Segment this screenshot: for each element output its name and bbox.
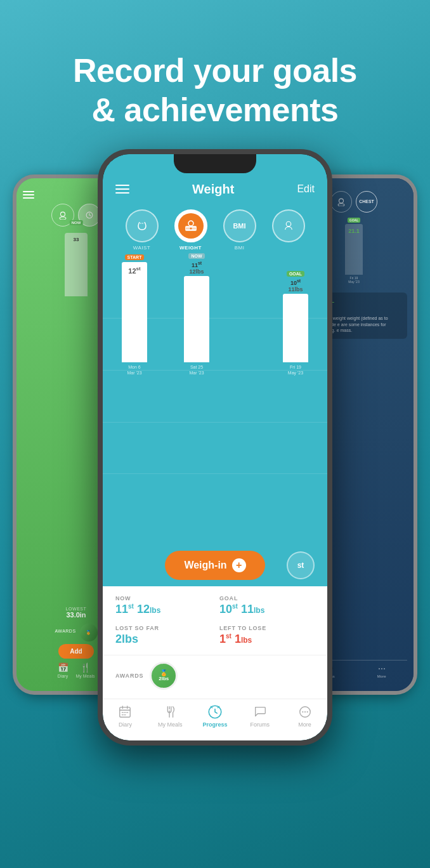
now-tag: NOW [188, 253, 204, 259]
weigh-in-area: Weigh-in + st [103, 544, 327, 586]
left-label: LEFT TO LOSE [219, 625, 315, 631]
start-tag: START [125, 254, 145, 260]
waist-icon-circle [126, 209, 159, 242]
lowest-value: 33.0in [66, 611, 87, 619]
lost-label: LOST SO FAR [115, 625, 211, 631]
phone-screen: Weight Edit WAIST [103, 154, 327, 740]
nav-item-more[interactable]: More [289, 704, 321, 728]
right-goal-value: 21.1 [348, 228, 360, 234]
left-nav-diary: 📅 Diary [58, 662, 68, 678]
diary-label: Diary [119, 721, 132, 728]
stat-left: LEFT TO LOSE 1st 1lbs [219, 625, 315, 646]
award-badge: 🏅 2lbs [150, 662, 178, 690]
headline-line1: Record your goals [73, 52, 357, 89]
now-label: NOW [115, 595, 211, 602]
nav-item-progress[interactable]: Progress [199, 704, 231, 728]
edit-button[interactable]: Edit [297, 183, 315, 195]
left-add-button[interactable]: Add [58, 644, 93, 659]
chart-bar-now: NOW 11st 12lbs Sat 25Mar '23 [184, 253, 209, 376]
bmi-icon-circle: BMI [223, 209, 256, 242]
awards-label: AWARDS [115, 673, 143, 679]
svg-point-0 [61, 212, 65, 216]
left-value: 1st 1lbs [219, 633, 315, 646]
chart-bar-goal: GOAL 10st 11lbs Fri 19May '23 [283, 271, 308, 376]
nav-item-my-meals[interactable]: My Meals [154, 704, 186, 728]
goal-value: 10st 11lbs [219, 603, 315, 616]
svg-point-14 [306, 711, 308, 713]
now-value: 11st 12lbs [115, 603, 211, 616]
waist-label: WAIST [133, 245, 151, 251]
stat-lost: LOST SO FAR 2lbs [115, 625, 211, 646]
tab-waist[interactable]: WAIST [121, 209, 162, 251]
svg-point-8 [286, 221, 291, 227]
stats-section: NOW 11st 12lbs GOAL 10st 11lbs LOST SO F… [103, 586, 327, 655]
stat-goal: GOAL 10st 11lbs [219, 595, 315, 616]
right-nav-more: ⋯ More [377, 664, 386, 678]
awards-section: AWARDS 🏅 2lbs [103, 655, 327, 699]
goal-tag: GOAL [287, 271, 304, 277]
nav-item-forums[interactable]: Forums [244, 704, 276, 728]
left-nav-meals: 🍴 My Meals [76, 662, 95, 678]
bottom-nav: Diary My Meals [103, 699, 327, 740]
phone-main: Weight Edit WAIST [98, 149, 332, 746]
nav-item-diary[interactable]: Diary [109, 704, 141, 728]
start-date: Mon 6Mar '23 [127, 364, 141, 376]
app-title: Weight [192, 182, 234, 197]
svg-point-3 [339, 199, 344, 203]
phone-notch [174, 154, 256, 173]
bmi-label: BMI [235, 245, 245, 251]
more-icon [297, 704, 313, 720]
category-tabs: WAIST [103, 203, 327, 254]
my-meals-label: My Meals [158, 721, 183, 728]
left-bottom-nav: 📅 Diary 🍴 My Meals [58, 662, 95, 678]
award-badge-value: 2lbs [159, 676, 169, 681]
tab-bmi[interactable]: BMI BMI [219, 209, 260, 251]
goal-label: GOAL [219, 595, 315, 602]
svg-point-4 [338, 204, 344, 206]
weight-icon-circle [174, 209, 207, 242]
my-meals-icon [162, 704, 178, 720]
forums-label: Forums [251, 721, 270, 728]
svg-point-1 [60, 217, 66, 220]
headline: Record your goals & achievements [0, 0, 430, 149]
progress-icon [207, 704, 223, 720]
headline-line2: & achievements [92, 91, 339, 128]
right-nav-circle-1 [330, 191, 352, 213]
right-nav-circle-2: CHEST [356, 191, 377, 213]
svg-point-12 [302, 711, 303, 713]
weigh-in-plus-icon: + [232, 558, 246, 572]
right-chart-date: Fri 19May '23 [348, 276, 359, 284]
more-label: More [298, 721, 311, 728]
weigh-in-button[interactable]: Weigh-in + [165, 551, 264, 580]
goal-date: Fri 19May '23 [288, 364, 303, 376]
svg-point-6 [188, 221, 193, 226]
goal-bar-lbs: 11lbs [288, 287, 303, 293]
diary-icon [117, 704, 133, 720]
weight-label: WEIGHT [179, 245, 202, 251]
now-date: Sat 25Mar '23 [189, 364, 204, 376]
lost-value: 2lbs [115, 633, 211, 646]
extra-icon-circle [272, 209, 305, 242]
chart-area: START 12st Mon 6Mar '23 NOW 11st 12lbs [103, 254, 327, 544]
tab-extra[interactable] [268, 209, 309, 251]
tab-weight[interactable]: WEIGHT [170, 209, 211, 251]
chart-bar-start: START 12st Mon 6Mar '23 [122, 254, 147, 376]
goal-bar-value: 10st [290, 279, 301, 286]
hamburger-menu-icon[interactable] [115, 185, 129, 194]
stat-now: NOW 11st 12lbs [115, 595, 211, 616]
svg-point-7 [190, 227, 192, 229]
forums-icon [252, 704, 268, 720]
svg-point-13 [304, 711, 305, 713]
right-goal-badge: GOAL [348, 218, 360, 223]
start-value: 12st [128, 266, 140, 275]
progress-label: Progress [202, 721, 227, 728]
lowest-label: LOWEST [66, 607, 87, 611]
left-awards-label: AWARDS [55, 629, 75, 633]
now-bar-lbs: 12lbs [189, 269, 204, 275]
unit-button[interactable]: st [287, 551, 315, 579]
now-bar-value: 11st [192, 261, 202, 268]
